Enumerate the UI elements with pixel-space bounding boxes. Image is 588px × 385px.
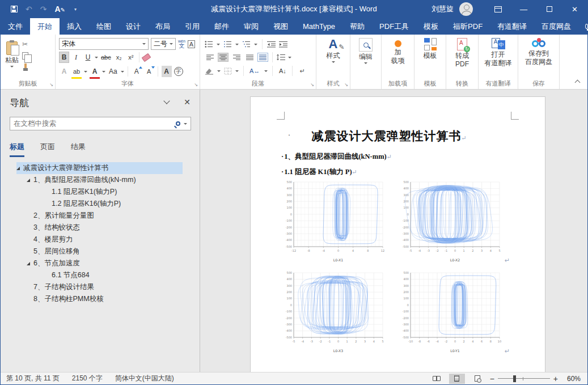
underline-caret[interactable] — [95, 57, 98, 58]
zoom-slider-thumb[interactable] — [513, 375, 516, 382]
nav-options-icon[interactable] — [164, 98, 170, 104]
expand-triangle-icon[interactable] — [27, 262, 30, 265]
expand-triangle-icon[interactable] — [16, 167, 20, 170]
shrink-font-button[interactable]: A — [144, 66, 154, 77]
tab-插入[interactable]: 插入 — [60, 18, 89, 35]
justify-icon[interactable] — [244, 53, 255, 62]
tab-开始[interactable]: 开始 — [30, 18, 60, 35]
clipboard-dialog-launcher[interactable]: ↘ — [49, 82, 53, 87]
print-layout-button[interactable] — [449, 374, 465, 384]
numbering-icon[interactable] — [223, 41, 232, 48]
nav-item[interactable]: 6、节点加速度 — [16, 257, 183, 269]
convert-pdf-button[interactable]: 转成PDF — [446, 35, 478, 69]
font-family-combo[interactable]: 宋体 — [59, 38, 149, 50]
nav-item[interactable]: 减震设计大震弹塑性计算书 — [16, 162, 183, 174]
copy-icon[interactable] — [22, 52, 28, 60]
maximize-button[interactable] — [536, 0, 562, 18]
phonetic-guide-icon[interactable]: wén文 — [178, 39, 185, 49]
format-painter-icon[interactable] — [22, 64, 29, 71]
tab-邮件[interactable]: 邮件 — [207, 18, 236, 35]
character-scale-icon[interactable]: A↔ — [248, 65, 261, 77]
distribute-icon[interactable] — [257, 53, 268, 62]
font-dialog-launcher[interactable]: ↘ — [194, 82, 198, 87]
text-effects-button[interactable]: A — [59, 66, 69, 77]
tab-file[interactable]: 文件 — [1, 18, 30, 35]
superscript-button[interactable]: x² — [126, 52, 136, 63]
undo-icon[interactable]: ↶ — [26, 5, 32, 13]
zoom-out-button[interactable]: − — [490, 374, 494, 383]
template-button[interactable]: 模板 — [414, 35, 446, 60]
read-mode-button[interactable] — [429, 374, 445, 384]
sort-icon[interactable]: A↓ — [277, 65, 287, 77]
user-name[interactable]: 刘慧旋 — [432, 4, 454, 14]
paragraph-dialog-launcher[interactable]: ↘ — [310, 82, 314, 87]
tab-设计[interactable]: 设计 — [119, 18, 148, 35]
enclose-character-button[interactable]: 字 — [174, 67, 183, 76]
nav-item[interactable]: 7、子结构设计结果 — [16, 281, 183, 293]
ribbon-display-options-button[interactable] — [485, 0, 511, 18]
tab-MathType[interactable]: MathType — [295, 18, 342, 35]
nav-item[interactable]: 2、累计能量分量图 — [16, 210, 183, 222]
highlight-button[interactable]: ab — [71, 66, 82, 77]
tab-PDF工具[interactable]: PDF工具 — [372, 18, 416, 35]
tab-帮助[interactable]: 帮助 — [342, 18, 372, 35]
cut-button[interactable]: ✂ — [22, 40, 29, 48]
decrease-indent-icon[interactable] — [267, 41, 276, 48]
tab-福昕PDF[interactable]: 福昕PDF — [446, 18, 490, 35]
document-page[interactable]: · 减震设计大震弹塑性计算书↵ ·1、典型阻尼器滞回曲线(kN-mm)↵ ·1.… — [250, 96, 545, 372]
underline-button[interactable]: U — [83, 52, 93, 63]
multilevel-list-icon[interactable] — [242, 41, 251, 48]
redo-icon[interactable]: ↷ — [40, 5, 47, 13]
nav-tab-页面[interactable]: 页面 — [40, 142, 55, 157]
nav-item[interactable]: 1.2 阻尼器K16(轴力P) — [16, 198, 183, 210]
tab-模板[interactable]: 模板 — [416, 18, 446, 35]
grow-font-button[interactable]: A — [132, 66, 142, 77]
nav-tab-结果[interactable]: 结果 — [71, 142, 86, 157]
tab-有道翻译[interactable]: 有道翻译 — [490, 18, 534, 35]
tab-百度网盘[interactable]: 百度网盘 — [534, 18, 578, 35]
styles-dialog-launcher[interactable]: ↘ — [344, 82, 348, 87]
document-area[interactable]: · 减震设计大震弹塑性计算书↵ ·1、典型阻尼器滞回曲线(kN-mm)↵ ·1.… — [201, 90, 587, 372]
search-input[interactable] — [14, 120, 176, 128]
tab-布局[interactable]: 布局 — [148, 18, 177, 35]
borders-icon[interactable] — [224, 67, 232, 75]
align-right-icon[interactable] — [231, 53, 242, 62]
collapse-ribbon-button[interactable] — [575, 80, 581, 86]
minimize-button[interactable]: — — [511, 0, 536, 18]
font-color-button[interactable]: A — [90, 66, 100, 77]
baidu-save-button[interactable]: 保存到百度网盘 — [518, 35, 559, 66]
styles-button[interactable]: A✎ 样式 — [316, 35, 350, 63]
nav-item[interactable]: 1.1 阻尼器K1(轴力P) — [16, 186, 183, 198]
character-shading-button[interactable]: A — [162, 66, 172, 77]
italic-button[interactable]: I — [71, 52, 81, 63]
search-box[interactable] — [10, 117, 191, 130]
page-indicator[interactable]: 第 10 页, 共 11 页 — [6, 374, 60, 383]
change-case-button[interactable]: Aa — [108, 66, 119, 77]
nav-item[interactable]: 1、典型阻尼器滞回曲线(kN-mm) — [16, 174, 183, 186]
tell-me-button[interactable]: 告诉我 — [578, 18, 588, 35]
tab-审阅[interactable]: 审阅 — [236, 18, 266, 35]
tab-引用[interactable]: 引用 — [177, 18, 207, 35]
subscript-button[interactable]: x₂ — [114, 52, 124, 63]
show-marks-icon[interactable]: ↵ — [297, 65, 307, 77]
increase-indent-icon[interactable] — [279, 41, 287, 48]
shading-icon[interactable] — [205, 67, 214, 75]
word-count[interactable]: 2150 个字 — [72, 374, 103, 383]
align-left-icon[interactable] — [205, 53, 215, 62]
avatar[interactable] — [459, 2, 473, 16]
tab-绘图[interactable]: 绘图 — [89, 18, 119, 35]
font-size-combo[interactable]: 二号 — [151, 38, 176, 50]
youdao-button[interactable]: 打开有道翻译 — [479, 35, 518, 67]
clear-formatting-icon[interactable] — [141, 53, 151, 61]
bullets-icon[interactable] — [205, 41, 213, 48]
font-style-icon[interactable]: A✎ — [54, 5, 65, 13]
tab-视图[interactable]: 视图 — [266, 18, 295, 35]
language-indicator[interactable]: 简体中文(中国大陆) — [115, 374, 174, 383]
addins-button[interactable]: 加载项 — [382, 35, 414, 65]
zoom-slider[interactable] — [498, 375, 550, 382]
paste-button[interactable]: 粘贴 — [5, 38, 19, 71]
close-button[interactable]: ✕ — [562, 0, 587, 18]
bold-button[interactable]: B — [59, 52, 69, 63]
line-spacing-icon[interactable] — [277, 54, 285, 61]
nav-item[interactable]: 6.1 节点684 — [16, 269, 183, 281]
